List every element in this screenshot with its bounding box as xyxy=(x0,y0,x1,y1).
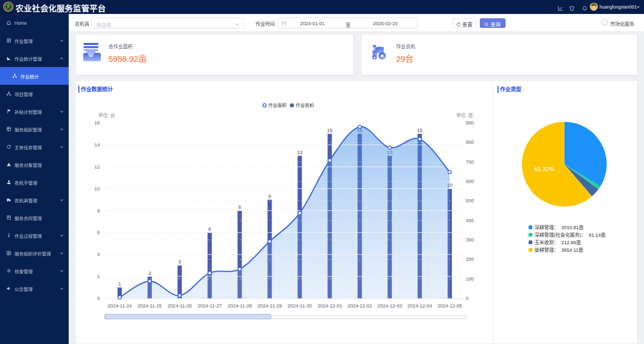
svg-text:300: 300 xyxy=(466,237,474,243)
svg-text:100: 100 xyxy=(466,276,474,282)
svg-text:2024-11-28: 2024-11-28 xyxy=(228,303,252,309)
svg-text:900: 900 xyxy=(466,120,474,126)
svg-text:6: 6 xyxy=(97,230,100,235)
svg-text:作业农机: 作业农机 xyxy=(296,103,314,108)
svg-text:深耕管理(社会化服务)： 81.14亩: 深耕管理(社会化服务)： 81.14亩 xyxy=(535,232,606,238)
svg-text:1: 1 xyxy=(118,281,121,287)
svg-text:2024-11-26: 2024-11-26 xyxy=(167,303,192,309)
svg-text:2024-12-04: 2024-12-04 xyxy=(407,303,432,309)
svg-text:13: 13 xyxy=(297,150,302,155)
svg-text:200: 200 xyxy=(466,257,474,262)
svg-text:800: 800 xyxy=(466,140,474,145)
svg-text:4: 4 xyxy=(97,252,100,257)
svg-text:3: 3 xyxy=(178,259,181,265)
svg-text:作业面积: 作业面积 xyxy=(268,103,287,108)
svg-text:9: 9 xyxy=(268,194,271,199)
svg-text:2: 2 xyxy=(97,274,100,279)
svg-text:8: 8 xyxy=(97,208,100,214)
svg-text:500: 500 xyxy=(466,198,474,203)
svg-text:600: 600 xyxy=(466,179,474,184)
svg-text:2024-12-01: 2024-12-01 xyxy=(317,303,342,309)
svg-text:8: 8 xyxy=(238,204,241,210)
svg-text:深耕管理： 2010.81亩: 深耕管理： 2010.81亩 xyxy=(535,224,584,230)
svg-text:2024-12-02: 2024-12-02 xyxy=(347,303,372,309)
svg-text:2024-12-03: 2024-12-03 xyxy=(377,303,402,309)
svg-text:700: 700 xyxy=(466,159,474,165)
svg-text:10: 10 xyxy=(94,186,100,192)
svg-text:2024-11-29: 2024-11-29 xyxy=(258,303,282,309)
svg-text:0: 0 xyxy=(466,296,469,301)
svg-text:14: 14 xyxy=(94,142,100,148)
svg-text:2024-11-25: 2024-11-25 xyxy=(137,303,162,309)
svg-text:旋耕管理： 3654.11亩: 旋耕管理： 3654.11亩 xyxy=(535,247,583,253)
svg-text:400: 400 xyxy=(466,218,474,223)
svg-text:单位: 亩: 单位: 亩 xyxy=(456,112,473,118)
svg-text:16: 16 xyxy=(94,120,100,126)
svg-text:12: 12 xyxy=(94,164,100,170)
svg-text:2024-11-27: 2024-11-27 xyxy=(197,303,222,309)
svg-text:15: 15 xyxy=(327,128,332,133)
svg-text:6: 6 xyxy=(208,226,211,232)
svg-text:2024-12-05: 2024-12-05 xyxy=(437,303,462,309)
svg-text:单位: 台: 单位: 台 xyxy=(98,112,115,118)
svg-text:2024-11-24: 2024-11-24 xyxy=(107,303,131,309)
svg-text:0: 0 xyxy=(97,296,100,301)
svg-text:15: 15 xyxy=(417,128,422,133)
svg-text:61.32%: 61.32% xyxy=(535,166,555,172)
svg-text:2024-11-30: 2024-11-30 xyxy=(288,303,312,309)
svg-text:2: 2 xyxy=(148,270,151,276)
svg-text:玉米收割： 212.86亩: 玉米收割： 212.86亩 xyxy=(535,239,581,245)
